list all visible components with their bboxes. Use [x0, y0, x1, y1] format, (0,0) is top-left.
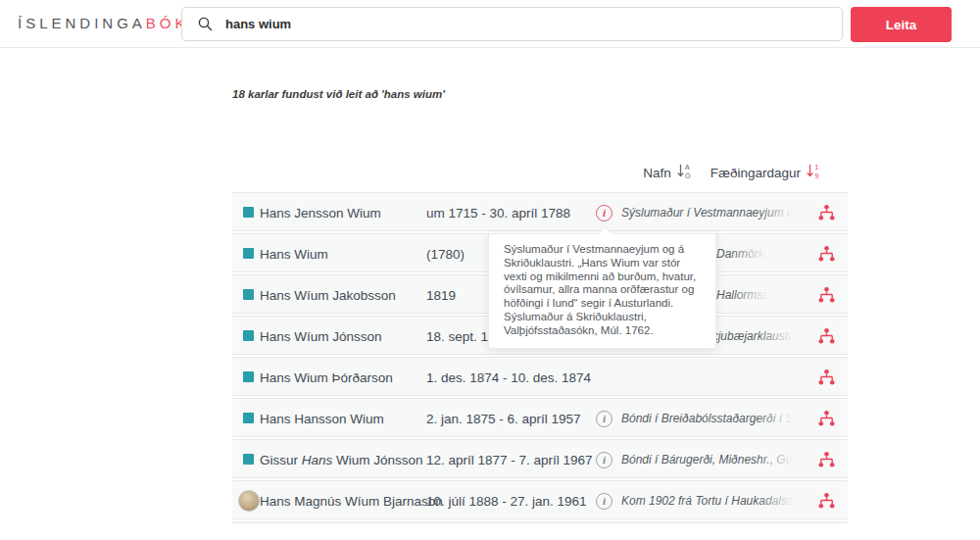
person-dates: 2. jan. 1875 - 6. apríl 1957	[426, 412, 581, 426]
logo[interactable]: ÍSLENDINGABÓK	[18, 15, 189, 31]
svg-text:A: A	[685, 164, 690, 171]
family-tree-icon[interactable]	[815, 409, 837, 430]
table-row[interactable]: Hans Magnús Wíum Bjarnason 10. júlí 1888…	[232, 480, 848, 519]
family-tree-icon[interactable]	[815, 491, 837, 513]
svg-text:1: 1	[815, 164, 819, 171]
person-name: Hans Hansson Wium	[260, 412, 384, 426]
person-info: Sýslumaður í Vestmannaeyjum og á Sk	[621, 206, 798, 220]
family-tree-icon[interactable]	[815, 450, 837, 471]
results-summary: 18 karlar fundust við leit að 'hans wium…	[232, 88, 445, 100]
person-info: Hallormsst	[716, 288, 772, 302]
table-row[interactable]: Hans Jensson Wium um 1715 - 30. apríl 17…	[232, 192, 848, 231]
person-name: Hans Wium Þórðarson	[260, 370, 393, 385]
avatar	[238, 490, 260, 512]
svg-text:9: 9	[815, 172, 819, 178]
family-tree-icon[interactable]	[815, 203, 837, 224]
header: ÍSLENDINGABÓK hans wium Leita	[0, 0, 980, 48]
logo-text-main: ÍSLENDINGA	[18, 15, 146, 31]
sort-header: Nafn A Ö Fæðingardagur 1 9	[232, 163, 848, 182]
male-marker-icon	[243, 330, 254, 341]
table-row[interactable]: Hans Wium Þórðarson 1. des. 1874 - 10. d…	[232, 357, 848, 396]
sort-numeric-icon: 1 9	[807, 164, 820, 181]
person-info: Bóndi í Bárugerði, Miðneshr., Gull., síð	[621, 453, 798, 466]
person-dates: 12. apríl 1877 - 7. apríl 1967	[426, 453, 593, 467]
person-info: Bóndi í Breiðabólsstaðargerði í Suðurs	[621, 412, 798, 425]
person-name: Gissur Hans Wium Jónsson	[260, 453, 423, 467]
person-name: Hans Jensson Wium	[260, 206, 381, 221]
sort-alpha-icon: A Ö	[677, 164, 691, 181]
tooltip-text: Sýslumaður í Vestmannaeyjum og á Skriðuk…	[504, 243, 696, 336]
islendingabok-app: ÍSLENDINGABÓK hans wium Leita 18 karlar …	[0, 0, 980, 540]
info-icon[interactable]: i	[596, 452, 612, 468]
person-dates: 1819	[426, 288, 456, 303]
info-icon[interactable]: i	[596, 205, 612, 221]
male-marker-icon	[243, 454, 254, 465]
sort-by-birthdate[interactable]: Fæðingardagur 1 9	[710, 164, 820, 181]
next-row-peek	[232, 521, 848, 524]
family-tree-icon[interactable]	[815, 285, 837, 307]
person-name: Hans Wíum Jakobsson	[260, 288, 396, 303]
male-marker-icon	[243, 413, 254, 423]
table-row[interactable]: Gissur Hans Wium Jónsson 12. apríl 1877 …	[232, 439, 848, 478]
family-tree-icon[interactable]	[815, 326, 837, 348]
person-name: Hans Wíum Jónsson	[260, 329, 382, 344]
table-row[interactable]: Hans Hansson Wium 2. jan. 1875 - 6. aprí…	[232, 398, 848, 437]
male-marker-icon	[243, 207, 254, 218]
person-dates: um 1715 - 30. apríl 1788	[426, 206, 570, 221]
sort-birthdate-label: Fæðingardagur	[710, 166, 801, 180]
family-tree-icon[interactable]	[815, 244, 837, 266]
person-dates: 10. júlí 1888 - 27. jan. 1961	[426, 494, 587, 509]
search-value: hans wium	[225, 17, 291, 31]
search-button[interactable]: Leita	[851, 7, 952, 42]
info-icon[interactable]: i	[596, 411, 612, 427]
sort-name-label: Nafn	[643, 166, 671, 180]
person-name: Hans Wium	[260, 247, 328, 262]
person-dates: (1780)	[426, 247, 465, 262]
person-name: Hans Magnús Wíum Bjarnason	[260, 494, 443, 509]
person-info: Kom 1902 frá Tortu í Haukadalssókn o	[621, 494, 798, 508]
info-icon[interactable]: i	[596, 493, 612, 510]
person-info: Danmörku	[716, 247, 770, 261]
male-marker-icon	[243, 248, 254, 259]
info-tooltip: Sýslumaður í Vestmannaeyjum og á Skriðuk…	[488, 233, 716, 349]
svg-text:Ö: Ö	[685, 172, 691, 178]
person-dates: 1. des. 1874 - 10. des. 1874	[426, 370, 591, 385]
sort-by-name[interactable]: Nafn A Ö	[643, 164, 691, 181]
search-icon	[198, 17, 213, 31]
male-marker-icon	[243, 371, 254, 382]
search-input[interactable]: hans wium	[181, 7, 843, 41]
family-tree-icon[interactable]	[815, 368, 837, 389]
male-marker-icon	[243, 289, 254, 300]
